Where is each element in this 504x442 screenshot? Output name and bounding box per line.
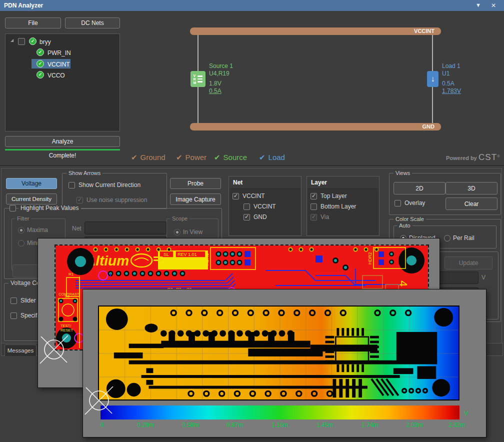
view-3d-button[interactable]: 3D	[446, 182, 498, 194]
tree-item-vccint[interactable]: VCCINT	[48, 61, 70, 68]
analyze-button[interactable]: Analyze	[5, 136, 120, 147]
check-icon: ✔	[214, 153, 220, 162]
legend-power: ✔Power	[176, 153, 206, 162]
silkscreen-sl: SL	[164, 252, 169, 257]
scale-tick: 0.58m	[182, 422, 198, 428]
silkscreen-hdr2: HDR2	[368, 252, 372, 264]
svg-text:CONTRAST: CONTRAST	[58, 292, 80, 296]
scale-tick: 1.16m	[272, 422, 288, 428]
tree-root-checkbox[interactable]	[18, 38, 25, 45]
origin-crosshair-icon	[34, 330, 74, 370]
file-button[interactable]: File	[5, 18, 61, 28]
window-title: PDN Analyzer	[4, 2, 43, 9]
voltage-heatmap-image[interactable]	[98, 306, 460, 400]
net-tree: ◢ bryy PWR_IN VCCINT VCCO	[5, 34, 120, 132]
top-layer-checkbox[interactable]	[310, 193, 317, 200]
minimize-icon[interactable]: ▼	[476, 2, 481, 8]
via-checkbox[interactable]	[310, 214, 317, 220]
source-title: Source 1	[209, 62, 233, 70]
bottom-layer-checkbox[interactable]	[310, 204, 317, 210]
tree-expander-icon[interactable]: ◢	[10, 38, 14, 42]
tree-root-label[interactable]: bryy	[40, 38, 51, 46]
silkscreen-hdr1: HDR1	[204, 253, 210, 266]
clear-button[interactable]: Clear	[446, 198, 498, 210]
source-voltage: 1.8V	[209, 80, 222, 87]
legend-ground: ✔Ground	[131, 153, 166, 162]
tree-item-vcco[interactable]: VCCO	[48, 72, 65, 79]
pass-check-icon	[36, 71, 44, 78]
net-vccint-checkbox[interactable]	[232, 193, 239, 200]
overlay-checkbox[interactable]	[394, 200, 401, 206]
load-icon[interactable]: ↓	[427, 71, 438, 87]
highlight-peak-values-checkbox[interactable]	[10, 205, 16, 212]
voltage-mode-button[interactable]: Voltage	[6, 178, 57, 189]
highlight-net-field[interactable]	[84, 222, 166, 234]
source-designators: U4,R19	[209, 70, 230, 77]
scale-tick: 0	[100, 422, 104, 428]
source-current[interactable]: 0.5A	[209, 88, 222, 94]
tab-messages[interactable]: Messages	[4, 344, 36, 356]
load-title: Load 1	[442, 62, 460, 70]
scale-tick: 2.03m	[406, 422, 422, 428]
load-current: 0.5A	[442, 80, 454, 87]
slider-checkbox[interactable]	[10, 298, 17, 304]
check-icon: ✔	[176, 153, 182, 162]
maxima-radio[interactable]	[18, 227, 24, 234]
scale-unit: V	[464, 410, 468, 417]
svg-text:TEST/: TEST/	[60, 324, 72, 328]
close-icon[interactable]: ✕	[491, 2, 496, 9]
use-noise-suppression-checkbox[interactable]	[76, 197, 83, 204]
net-panel: Net VCCINT VCCINT GND	[228, 176, 302, 236]
views-group: Views 2D 3D Overlay Clear	[389, 173, 501, 215]
vrm-bars-icon	[198, 76, 202, 82]
scale-tick: 2.32m	[448, 422, 465, 428]
rail-gnd[interactable]: GND	[190, 123, 441, 130]
vrm-source-icon[interactable]: V R M	[190, 71, 206, 87]
tree-item-pwr-in[interactable]: PWR_IN	[48, 50, 71, 56]
minima-radio[interactable]	[18, 240, 24, 246]
scale-tick: 1.74m	[362, 422, 378, 428]
cst-logo: CST	[478, 152, 497, 162]
pass-check-icon	[29, 38, 36, 45]
legend-source: ✔Source	[214, 153, 247, 162]
check-icon: ✔	[131, 153, 138, 162]
image-capture-button[interactable]: Image Capture	[170, 194, 221, 205]
titlebar: PDN Analyzer ▼ ✕	[0, 0, 504, 11]
update-button[interactable]: Update	[444, 256, 492, 270]
origin-crosshair-icon	[79, 380, 119, 420]
load-voltage[interactable]: 1.783V	[442, 88, 461, 94]
scale-tick: 0.87m	[226, 422, 243, 428]
net-gnd-checkbox[interactable]	[244, 214, 250, 220]
rail-vccint[interactable]: VCCINT	[190, 28, 441, 35]
specified-checkbox[interactable]	[10, 312, 17, 319]
view-2d-button[interactable]: 2D	[394, 182, 446, 194]
in-view-radio[interactable]	[174, 229, 180, 236]
show-current-direction-checkbox[interactable]	[68, 182, 75, 188]
voltage-color-scale-bar	[100, 406, 460, 420]
layer-panel: Layer Top Layer Bottom Layer Via	[306, 176, 380, 236]
voltage-heatmap-window[interactable]: V 0 0.29m 0.58m 0.87m 1.16m 1.45m 1.74m …	[82, 289, 486, 438]
scale-tick: 0.29m	[137, 422, 154, 428]
pdn-analyzer-window: PDN Analyzer ▼ ✕ File DC Nets ◢ bryy PWR…	[0, 0, 504, 442]
probe-button[interactable]: Probe	[170, 178, 221, 189]
analysis-status: Complete!	[5, 152, 120, 159]
check-icon: ✔	[259, 153, 266, 162]
dc-nets-button[interactable]: DC Nets	[65, 18, 120, 28]
legend-load: ✔Load	[259, 153, 285, 162]
pass-check-icon	[36, 48, 44, 56]
net-vccint-child-checkbox[interactable]	[244, 204, 250, 210]
analysis-progress-bar	[5, 149, 120, 150]
powered-by-cst: Powered by CST®	[400, 152, 500, 162]
current-density-mode-button[interactable]: Current Density	[6, 194, 57, 204]
load-designators: U1	[442, 70, 450, 77]
scale-tick: 1.45m	[316, 422, 333, 428]
per-rail-radio[interactable]	[444, 235, 450, 242]
svg-text:R1: R1	[68, 272, 74, 276]
silkscreen-rev: REV 1.01	[178, 252, 197, 257]
show-arrows-group: Show Arrows Show Current Direction Use n…	[62, 173, 167, 209]
pass-check-icon	[36, 60, 44, 68]
down-arrow-icon: ↓	[431, 74, 435, 84]
